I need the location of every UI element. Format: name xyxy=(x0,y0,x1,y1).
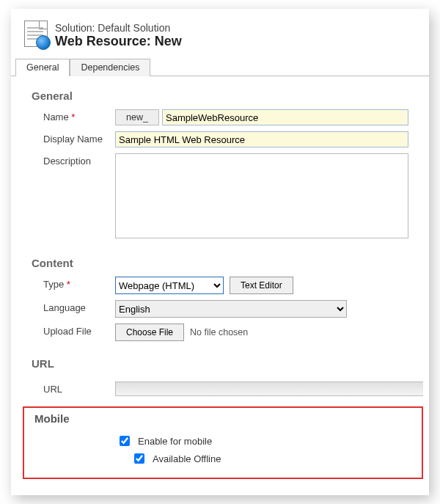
type-select[interactable]: Webpage (HTML) xyxy=(115,277,224,294)
description-label: Description xyxy=(43,153,111,167)
choose-file-button[interactable]: Choose File xyxy=(115,324,184,341)
window: Solution: Default Solution Web Resource:… xyxy=(11,9,429,495)
displayname-input[interactable] xyxy=(115,131,408,147)
text-editor-button[interactable]: Text Editor xyxy=(230,277,293,294)
description-textarea[interactable] xyxy=(115,153,408,238)
page-title: Web Resource: New xyxy=(55,34,419,49)
no-file-text: No file chosen xyxy=(190,327,248,337)
name-input[interactable] xyxy=(162,109,408,125)
enable-mobile-checkbox[interactable] xyxy=(120,436,130,446)
name-prefix: new_ xyxy=(115,109,159,125)
enable-mobile-label: Enable for mobile xyxy=(138,436,212,447)
solution-line: Solution: Default Solution xyxy=(55,22,419,34)
language-label: Language xyxy=(43,300,111,313)
language-select[interactable]: English xyxy=(115,300,347,318)
body: General Name new_ Display Name Descripti… xyxy=(11,76,429,479)
url-input[interactable] xyxy=(115,381,423,396)
available-offline-label: Available Offline xyxy=(153,453,221,464)
type-label: Type xyxy=(43,277,111,290)
webresource-icon xyxy=(24,21,48,47)
tab-dependencies[interactable]: Dependencies xyxy=(70,59,150,76)
section-url: URL xyxy=(15,347,428,377)
tab-general[interactable]: General xyxy=(15,59,70,76)
section-general: General xyxy=(15,79,428,109)
section-content: Content xyxy=(15,246,428,277)
header: Solution: Default Solution Web Resource:… xyxy=(11,18,429,56)
tabstrip: General Dependencies xyxy=(11,56,429,76)
displayname-label: Display Name xyxy=(43,131,111,145)
url-label: URL xyxy=(43,384,111,395)
header-text: Solution: Default Solution Web Resource:… xyxy=(55,21,419,49)
section-mobile: Mobile xyxy=(29,409,417,431)
mobile-highlight-box: Mobile Enable for mobile Available Offli… xyxy=(23,406,423,479)
name-label: Name xyxy=(43,109,111,123)
uploadfile-label: Upload File xyxy=(43,324,111,337)
available-offline-checkbox[interactable] xyxy=(134,453,144,464)
